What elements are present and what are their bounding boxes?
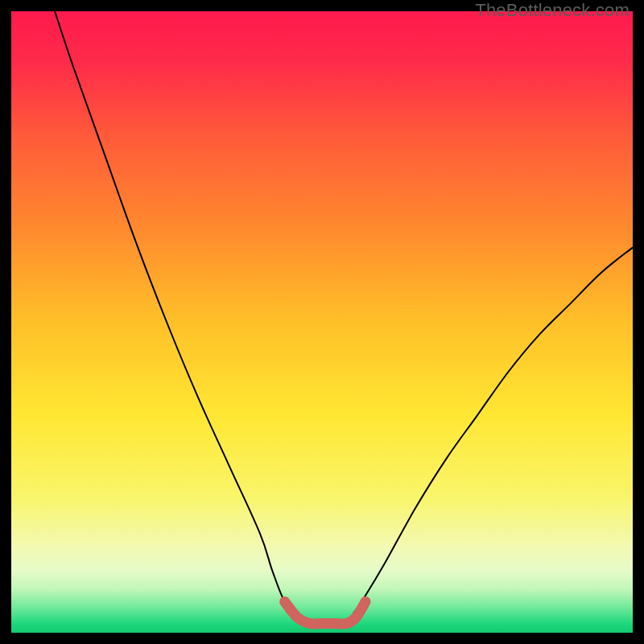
gradient-background <box>11 11 633 633</box>
bottleneck-chart <box>11 11 633 633</box>
watermark-text: TheBottleneck.com <box>475 0 630 21</box>
chart-frame: TheBottleneck.com <box>0 0 644 644</box>
